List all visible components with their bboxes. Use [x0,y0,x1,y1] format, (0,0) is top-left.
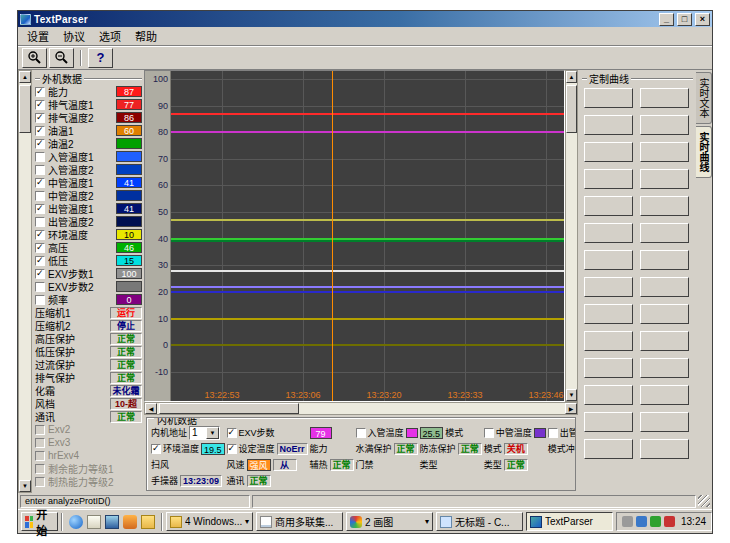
custom-curve-slot[interactable] [640,412,689,432]
custom-curve-slot[interactable] [584,223,633,243]
left-scroll-thumb[interactable] [19,85,31,133]
custom-curve-slot[interactable] [640,196,689,216]
task-button[interactable]: 4 Windows...▾ [166,512,253,531]
row-checkbox[interactable] [35,425,45,435]
scroll-down-icon[interactable]: ▼ [19,480,31,492]
menu-item-4[interactable]: 帮助 [128,27,164,45]
row-checkbox[interactable] [35,230,45,240]
row-checkbox[interactable] [35,269,45,279]
row-checkbox[interactable] [35,100,45,110]
folder-icon[interactable] [141,515,155,529]
antivirus-icon[interactable] [650,516,661,527]
custom-curve-slot[interactable] [640,358,689,378]
custom-curve-slot[interactable] [584,142,633,162]
close-button[interactable]: × [695,13,710,26]
chart-horizontal-scrollbar[interactable]: ◀ ▶ [144,402,578,415]
mid-temp-checkbox[interactable] [484,428,494,438]
scroll-right-icon[interactable]: ▶ [565,403,577,414]
zoom-out-button[interactable] [49,48,74,68]
custom-curve-slot[interactable] [640,385,689,405]
desktop-icon[interactable] [105,515,119,529]
mail-icon[interactable] [87,515,101,529]
media-icon[interactable] [123,515,137,529]
start-button[interactable]: 开始 [21,512,58,531]
row-checkbox[interactable] [35,165,45,175]
volume-icon[interactable] [622,516,633,527]
row-checkbox[interactable] [35,113,45,123]
task-button[interactable]: TextParser [526,512,613,531]
custom-curve-slot[interactable] [640,250,689,270]
custom-curve-slot[interactable] [584,250,633,270]
custom-curve-slot[interactable] [640,88,689,108]
scroll-up-icon[interactable]: ▲ [19,71,31,83]
custom-curve-slot[interactable] [584,88,633,108]
row-checkbox[interactable] [35,438,45,448]
row-checkbox[interactable] [35,282,45,292]
zoom-in-button[interactable] [22,48,47,68]
menu-item-2[interactable]: 协议 [56,27,92,45]
custom-curve-slot[interactable] [584,304,633,324]
custom-curve-slot[interactable] [640,331,689,351]
row-checkbox[interactable] [35,477,45,487]
custom-curve-slot[interactable] [640,304,689,324]
outlet-temp-checkbox[interactable] [548,428,558,438]
chart-hscroll-thumb[interactable] [159,403,299,414]
scroll-up-icon[interactable]: ▲ [566,71,577,83]
row-checkbox[interactable] [35,191,45,201]
task-button[interactable]: 商用多联集... [256,512,343,531]
chart-hscroll-track[interactable] [157,403,565,414]
custom-curve-slot[interactable] [640,169,689,189]
row-checkbox[interactable] [35,451,45,461]
custom-curve-slot[interactable] [584,115,633,135]
row-checkbox[interactable] [35,126,45,136]
inlet-temp-checkbox[interactable] [356,428,366,438]
row-checkbox[interactable] [35,139,45,149]
network-icon[interactable] [636,516,647,527]
row-checkbox[interactable] [35,243,45,253]
chart-vscroll-track[interactable] [566,83,577,389]
resize-grip[interactable] [698,495,710,507]
custom-curve-slot[interactable] [584,277,633,297]
menu-item-1[interactable]: 设置 [20,27,56,45]
custom-curve-slot[interactable] [640,223,689,243]
exv-steps-checkbox[interactable] [227,428,237,438]
custom-curve-slot[interactable] [640,142,689,162]
left-scroll-track[interactable] [19,83,31,480]
side-tab-2[interactable]: 实时曲线 [696,126,712,178]
custom-curve-slot[interactable] [584,412,633,432]
chevron-down-icon[interactable]: ▼ [206,427,219,439]
scroll-left-icon[interactable]: ◀ [145,403,157,414]
custom-curve-slot[interactable] [584,196,633,216]
custom-curve-slot[interactable] [640,439,689,459]
chart-vscroll-thumb[interactable] [566,85,577,133]
row-checkbox[interactable] [35,464,45,474]
side-tab-1[interactable]: 实时文本 [696,72,712,124]
row-checkbox[interactable] [35,256,45,266]
task-button[interactable]: 2 画图▾ [346,512,433,531]
row-checkbox[interactable] [35,152,45,162]
indoor-address-select[interactable]: 1 ▼ [189,426,220,440]
row-checkbox[interactable] [35,178,45,188]
row-checkbox[interactable] [35,217,45,227]
minimize-button[interactable]: _ [659,13,674,26]
set-temp-checkbox[interactable] [227,444,237,454]
custom-curve-slot[interactable] [584,439,633,459]
env-temp-checkbox[interactable] [151,444,161,454]
custom-curve-slot[interactable] [584,331,633,351]
chart-vertical-scrollbar[interactable]: ▲ ▼ [565,70,578,402]
left-scrollbar[interactable]: ▲ ▼ [18,70,32,493]
maximize-button[interactable]: □ [677,13,692,26]
task-button[interactable]: 无标题 - C... [436,512,523,531]
row-checkbox[interactable] [35,295,45,305]
row-checkbox[interactable] [35,204,45,214]
custom-curve-slot[interactable] [584,358,633,378]
plot-area[interactable]: 13:22:5313:23:0613:23:2013:23:3313:23:46 [171,71,564,401]
custom-curve-slot[interactable] [640,115,689,135]
custom-curve-slot[interactable] [640,277,689,297]
help-button[interactable]: ? [88,48,113,68]
scroll-down-icon[interactable]: ▼ [566,389,577,401]
row-checkbox[interactable] [35,87,45,97]
ime-icon[interactable] [664,516,675,527]
ie-icon[interactable] [69,515,83,529]
menu-item-3[interactable]: 选项 [92,27,128,45]
